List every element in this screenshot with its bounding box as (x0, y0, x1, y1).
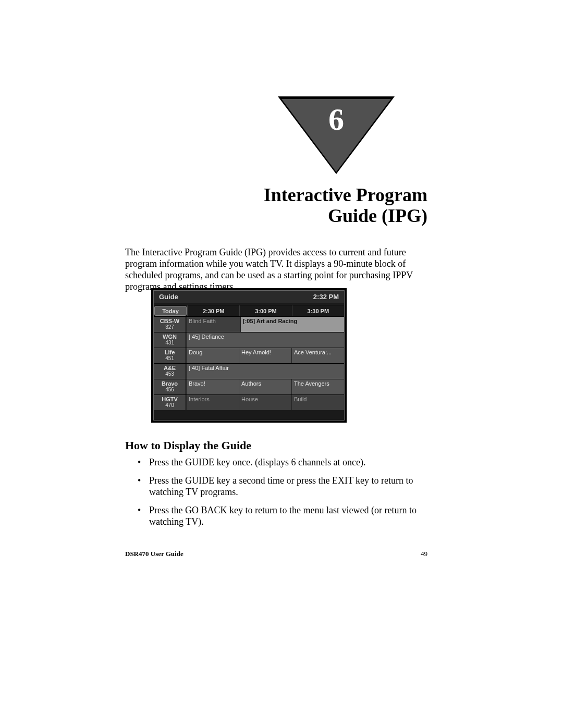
chapter-title-line1: Interactive Program (264, 184, 427, 205)
channel-label[interactable]: Bravo456 (154, 379, 186, 394)
guide-row: HGTV470InteriorsHouseBuild (154, 394, 344, 410)
chapter-number: 6 (282, 102, 391, 138)
footer-doc-title: DSR470 User Guide (125, 550, 183, 558)
page-footer: DSR470 User Guide 49 (125, 550, 427, 558)
guide-clock: 2:32 PM (313, 293, 339, 301)
program-cell[interactable]: [:40] Fatal Affair (186, 364, 344, 379)
program-cell[interactable]: Interiors (186, 395, 239, 410)
program-cell[interactable]: [:05] Art and Racing (240, 317, 344, 332)
program-cell[interactable]: House (239, 395, 291, 410)
program-cell[interactable]: Doug (186, 348, 239, 363)
channel-label[interactable]: HGTV470 (154, 395, 186, 410)
channel-label[interactable]: Life451 (154, 348, 186, 363)
instruction-list: Press the GUIDE key once. (displays 6 ch… (138, 456, 427, 534)
intro-paragraph: The Interactive Program Guide (IPG) prov… (125, 247, 427, 293)
program-cell[interactable]: Ace Ventura:... (291, 348, 344, 363)
guide-row: Bravo456Bravo!AuthorsThe Avengers (154, 379, 344, 394)
program-cell[interactable]: Bravo! (186, 379, 239, 394)
chapter-title-line2: Guide (IPG) (328, 205, 427, 226)
channel-label[interactable]: WGN431 (154, 332, 186, 348)
guide-row: A&E453[:40] Fatal Affair (154, 363, 344, 379)
time-header: 3:30 PM (292, 305, 344, 316)
ipg-screenshot: Guide 2:32 PM Today2:30 PM3:00 PM3:30 PM… (151, 288, 347, 423)
program-cell[interactable]: Hey Arnold! (239, 348, 291, 363)
instruction-item: Press the GUIDE key once. (displays 6 ch… (138, 456, 427, 468)
guide-title: Guide (159, 293, 178, 301)
section-heading: How to Display the Guide (125, 439, 251, 452)
program-cell[interactable]: [:45] Defiance (186, 332, 344, 348)
guide-row: Life451DougHey Arnold!Ace Ventura:... (154, 348, 344, 363)
channel-label[interactable]: A&E453 (154, 364, 186, 379)
time-header: 3:00 PM (239, 305, 291, 316)
footer-page-number: 49 (421, 550, 427, 558)
instruction-item: Press the GO BACK key to return to the m… (138, 504, 427, 528)
program-cell[interactable]: Build (291, 395, 344, 410)
time-header: 2:30 PM (187, 305, 239, 316)
program-cell[interactable]: Blind Faith (186, 317, 240, 332)
channel-label[interactable]: CBS-W327 (154, 317, 186, 332)
today-button[interactable]: Today (154, 306, 187, 316)
guide-row: CBS-W327Blind Faith[:05] Art and Racing (154, 316, 344, 332)
chapter-title: Interactive Program Guide (IPG) (125, 185, 427, 226)
program-cell[interactable]: Authors (239, 379, 291, 394)
instruction-item: Press the GUIDE key a second time or pre… (138, 475, 427, 498)
guide-row: WGN431[:45] Defiance (154, 332, 344, 348)
program-cell[interactable]: The Avengers (291, 379, 344, 394)
